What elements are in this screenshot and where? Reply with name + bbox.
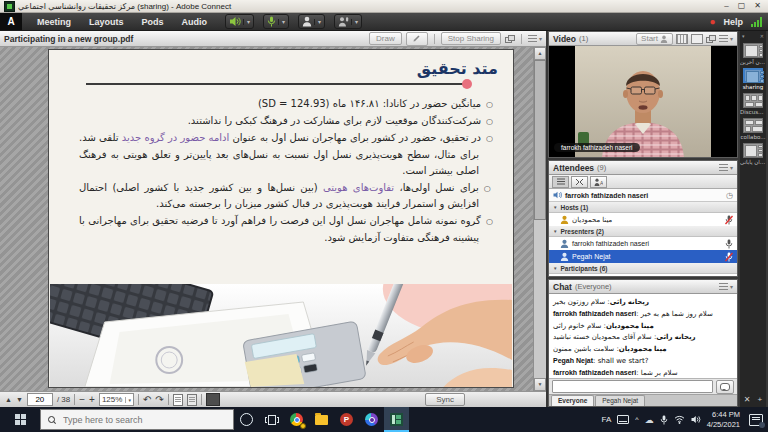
next-page-button[interactable]: ▼ — [16, 396, 23, 404]
keyboard-icon[interactable] — [617, 415, 629, 424]
chat-message: مینا محمودیان: سلام خانوم راثی — [553, 321, 733, 332]
active-speaker-row[interactable]: farrokh fathizadeh naseri ◷ — [549, 189, 737, 202]
pod-menu-icon — [719, 35, 728, 42]
layout-item-discussion[interactable]: Discussion — [740, 93, 766, 115]
previous-page-button[interactable]: ▲ — [5, 396, 12, 404]
speaker-button[interactable]: ▾ — [225, 14, 254, 29]
zoom-level-select[interactable]: 125% ▾ — [99, 393, 134, 406]
pen-tool-button[interactable] — [406, 32, 428, 46]
taskbar-clock[interactable]: 6:44 PM 4/25/2021 — [707, 410, 740, 430]
stop-sharing-button[interactable]: Stop Sharing — [441, 32, 501, 45]
task-view-button[interactable] — [259, 407, 284, 432]
layout-label: میزان پایانی — [740, 159, 766, 165]
layout-thumbnail-icon[interactable] — [743, 143, 763, 158]
filmstrip-view-icon[interactable] — [691, 34, 703, 44]
chat-pod-menu[interactable]: ▾ — [719, 283, 733, 290]
layout-item-collabo-[interactable]: collabo... — [740, 118, 766, 140]
menu-layouts[interactable]: Layouts — [80, 17, 133, 27]
share-scrollbar[interactable]: ▲ ▼ — [533, 47, 546, 391]
fullscreen-icon[interactable] — [505, 35, 515, 43]
attendee-status-view-button[interactable]: A — [590, 176, 607, 188]
redo-button[interactable]: ↷ — [155, 394, 163, 405]
layout-thumbnail-icon[interactable] — [743, 118, 763, 133]
cortana-button[interactable] — [234, 407, 259, 432]
sync-button[interactable]: Sync — [425, 393, 465, 406]
notification-center-icon[interactable] — [749, 414, 763, 426]
webcam-caret-icon[interactable]: ▾ — [314, 19, 321, 25]
microphone-button[interactable]: ▾ — [263, 14, 289, 29]
layout-item--[interactable]: میزان آخرین — [740, 43, 766, 65]
add-layout-button[interactable]: + — [758, 395, 763, 404]
draw-button[interactable]: Draw — [369, 32, 402, 45]
microphone-caret-icon[interactable]: ▾ — [278, 19, 285, 25]
attendee-list-view-button[interactable] — [552, 176, 569, 188]
tray-expand-icon[interactable]: ^ — [635, 416, 638, 423]
wifi-icon[interactable] — [674, 415, 685, 424]
active-speaker-icon — [553, 191, 562, 199]
volume-icon[interactable] — [691, 415, 701, 424]
close-button[interactable]: ✕ — [754, 2, 761, 10]
zoom-in-button[interactable]: + — [89, 394, 95, 405]
scroll-down-icon[interactable]: ▼ — [534, 378, 546, 391]
scrollbar-thumb[interactable] — [534, 60, 546, 220]
start-button[interactable] — [0, 407, 40, 432]
psiphon-button[interactable]: P — [334, 407, 359, 432]
attendee-group-header[interactable]: ▼Participants (6) — [549, 263, 737, 274]
menu-meeting[interactable]: Meeting — [28, 17, 80, 27]
breakout-view-button[interactable] — [571, 176, 588, 188]
video-fullscreen-icon[interactable] — [706, 35, 716, 43]
onedrive-icon[interactable]: ☁ — [645, 415, 654, 425]
layout-thumbnail-icon[interactable] — [743, 93, 763, 108]
attendees-pod-menu[interactable]: ▾ — [719, 164, 733, 171]
language-indicator[interactable]: FA — [602, 415, 612, 424]
chat-tab-private[interactable]: Pegah Nejat — [595, 395, 645, 406]
breakout-arrows-icon — [575, 178, 584, 186]
start-webcam-button[interactable]: Start — [636, 33, 673, 45]
menu-audio[interactable]: Audio — [173, 17, 217, 27]
scroll-up-icon[interactable]: ▲ — [534, 47, 546, 60]
layout-item-sharing[interactable]: sharing — [740, 68, 766, 90]
menu-pods[interactable]: Pods — [133, 17, 173, 27]
file-explorer-button[interactable] — [309, 407, 334, 432]
attendee-row[interactable]: farrokh fathizadeh naseri — [549, 237, 737, 250]
speaker-caret-icon[interactable]: ▾ — [243, 19, 250, 25]
attendee-name: Pegah Nejat — [572, 253, 611, 260]
raise-hand-button[interactable]: ▾ — [334, 14, 362, 29]
adobe-connect-app-icon — [390, 413, 403, 426]
webcam-button[interactable]: ▾ — [298, 14, 325, 29]
taskbar-search[interactable] — [40, 409, 234, 430]
layout-thumbnail-icon[interactable] — [743, 68, 763, 83]
page-view-icon[interactable] — [173, 394, 183, 406]
page-fit-icon[interactable] — [187, 394, 197, 406]
minimize-button[interactable]: – — [724, 2, 728, 10]
chrome-taskbar-button[interactable] — [284, 407, 309, 432]
chat-tab-everyone[interactable]: Everyone — [551, 395, 594, 406]
page-number-input[interactable] — [27, 393, 53, 406]
adobe-connect-taskbar-button[interactable] — [384, 407, 409, 432]
grid-view-icon[interactable] — [676, 34, 688, 44]
layouts-close-icon[interactable]: ✕ — [760, 32, 764, 40]
layout-thumbnail-icon[interactable] — [743, 43, 763, 58]
browser2-button[interactable] — [359, 407, 384, 432]
maximize-button[interactable]: ▢ — [738, 2, 746, 10]
attendee-group-header[interactable]: ▼Presenters (2) — [549, 226, 737, 237]
chat-input[interactable] — [552, 380, 713, 393]
undo-button[interactable]: ↶ — [143, 394, 151, 405]
attendee-row[interactable]: مینا محمودیان — [549, 213, 737, 226]
attendee-row[interactable]: amiri — [549, 274, 737, 276]
share-pod-menu[interactable]: ▾ — [528, 35, 542, 42]
tray-mic-icon[interactable] — [660, 415, 668, 425]
send-message-button[interactable] — [716, 380, 734, 394]
attendee-row[interactable]: Pegah Nejat — [549, 250, 737, 263]
thumbnail-view-icon[interactable] — [206, 393, 220, 406]
raise-hand-caret-icon[interactable]: ▾ — [351, 19, 358, 25]
search-input[interactable] — [61, 414, 215, 426]
layout-item--[interactable]: میزان پایانی — [740, 143, 766, 165]
help-menu[interactable]: Help — [723, 17, 743, 27]
video-pod-menu[interactable]: ▾ — [719, 35, 733, 42]
layouts-menu-icon[interactable]: ▾ — [742, 32, 745, 40]
attendee-group-header[interactable]: ▼Hosts (1) — [549, 202, 737, 213]
delete-layout-button[interactable]: ✕ — [744, 395, 751, 404]
zoom-out-button[interactable]: − — [79, 394, 85, 405]
share-content: متد تحقیق ○میانگین حضور در کانادا: ۱۴۶.۸… — [0, 47, 546, 391]
